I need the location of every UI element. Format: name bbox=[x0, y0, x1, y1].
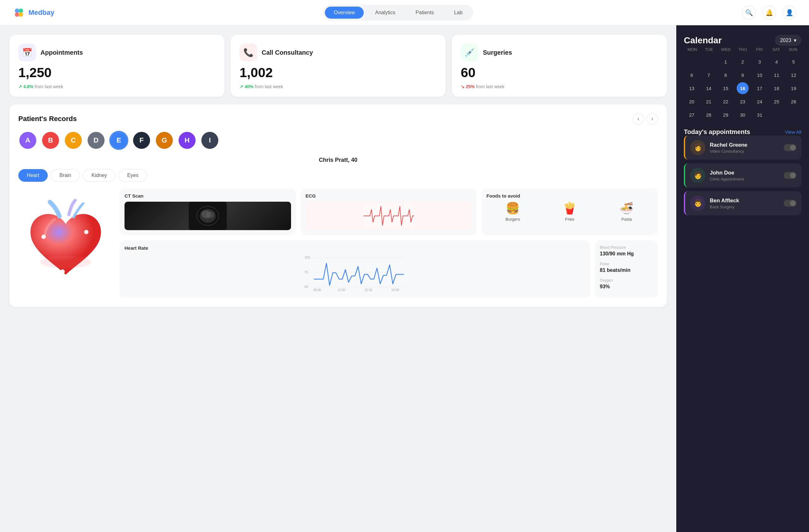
notifications-button[interactable]: 🔔 bbox=[762, 6, 776, 20]
patient-records-card: Patient's Records ‹ › A B C D bbox=[10, 104, 667, 307]
patient-avatar-7[interactable]: G bbox=[155, 131, 174, 150]
calendar-cell[interactable]: 1 bbox=[720, 56, 731, 68]
calendar-cell[interactable]: 24 bbox=[754, 96, 766, 107]
heart-3d-container bbox=[25, 199, 107, 287]
john-avatar-emoji: 🧑 bbox=[694, 171, 702, 179]
rachel-toggle[interactable] bbox=[784, 144, 796, 151]
calendar-cell bbox=[788, 109, 799, 121]
calendar-cell[interactable]: 12 bbox=[788, 69, 799, 81]
day-mon: MON bbox=[684, 46, 701, 53]
ben-toggle[interactable] bbox=[784, 200, 796, 207]
consultancy-icon-wrap: 📞 bbox=[240, 44, 257, 61]
appointments-header: Today's appointments View All bbox=[684, 128, 802, 136]
appointments-list: 👩 Rachel Greene Video Consultancy 🧑 John… bbox=[684, 136, 802, 215]
patient-avatar-6[interactable]: F bbox=[132, 131, 151, 150]
calendar-cell[interactable]: 31 bbox=[754, 109, 766, 121]
stats-row: 📅 Appointments 1,250 ↗ 4.8% from last we… bbox=[10, 35, 667, 97]
calendar-cell[interactable]: 23 bbox=[737, 96, 748, 107]
calendar-cell[interactable]: 30 bbox=[737, 109, 748, 121]
ct-scan-svg bbox=[124, 202, 291, 230]
avatar-circle-3: C bbox=[65, 132, 82, 149]
tab-analytics[interactable]: Analytics bbox=[366, 7, 404, 19]
appointments-change: ↗ 4.8% from last week bbox=[18, 84, 216, 89]
body-tabs: Heart Brain Kidney Eyes bbox=[18, 169, 658, 182]
calendar-cell[interactable]: 11 bbox=[771, 69, 782, 81]
calendar-cell[interactable]: 15 bbox=[720, 82, 731, 94]
bp-value: 130/90 mm Hg bbox=[600, 251, 653, 257]
calendar-cell[interactable]: 17 bbox=[754, 82, 766, 94]
body-tab-eyes[interactable]: Eyes bbox=[119, 169, 147, 182]
surgeries-change: ↘ 25% from last week bbox=[461, 84, 658, 89]
selected-patient-name: Chris Pratt, 40 bbox=[18, 157, 658, 164]
patient-avatar-1[interactable]: A bbox=[18, 131, 37, 150]
phone-icon: 📞 bbox=[243, 48, 254, 57]
ct-scan-title: CT Scan bbox=[124, 193, 291, 199]
view-all-link[interactable]: View All bbox=[785, 129, 802, 135]
appointment-card-john: 🧑 John Doe Clinic Appointment bbox=[684, 164, 802, 187]
body-tab-heart[interactable]: Heart bbox=[18, 169, 48, 182]
calendar-cell[interactable]: 4 bbox=[771, 56, 782, 68]
year-selector-button[interactable]: 2023 ▾ bbox=[775, 35, 802, 46]
appointments-section: Today's appointments View All 👩 Rachel G… bbox=[684, 128, 802, 215]
medical-panels: CT Scan bbox=[119, 188, 658, 298]
header-actions: 🔍 🔔 👤 bbox=[742, 6, 796, 20]
bp-label: Blood Pressure bbox=[600, 245, 653, 250]
records-next-button[interactable]: › bbox=[647, 113, 658, 124]
search-button[interactable]: 🔍 bbox=[742, 6, 756, 20]
calendar-cell[interactable]: 22 bbox=[720, 96, 731, 107]
calendar-cell[interactable]: 19 bbox=[788, 82, 799, 94]
burger-label: Burgers bbox=[506, 217, 520, 222]
calendar-cell[interactable]: 28 bbox=[703, 109, 715, 121]
avatar-circle-8: H bbox=[178, 132, 195, 149]
tab-overview[interactable]: Overview bbox=[325, 7, 364, 19]
calendar-cell[interactable]: 3 bbox=[754, 56, 766, 68]
svg-point-1 bbox=[19, 8, 23, 13]
records-prev-button[interactable]: ‹ bbox=[633, 113, 644, 124]
chevron-down-icon: ▾ bbox=[794, 37, 796, 43]
search-icon: 🔍 bbox=[745, 9, 753, 16]
calendar-cell[interactable]: 2 bbox=[737, 56, 748, 68]
appointments-change-pct: ↗ 4.8% bbox=[18, 84, 34, 89]
calendar-cell[interactable]: 5 bbox=[788, 56, 799, 68]
patient-avatar-8[interactable]: H bbox=[177, 131, 196, 150]
calendar-cell[interactable]: 29 bbox=[720, 109, 731, 121]
calendar-cell[interactable]: 27 bbox=[686, 109, 698, 121]
calendar-cell[interactable]: 13 bbox=[686, 82, 698, 94]
calendar-cell[interactable]: 25 bbox=[771, 96, 782, 107]
patient-avatar-4[interactable]: D bbox=[87, 131, 106, 150]
patient-avatar-9[interactable]: I bbox=[200, 131, 219, 150]
body-tab-kidney[interactable]: Kidney bbox=[83, 169, 115, 182]
x-label-1800: 18:00 bbox=[391, 288, 399, 292]
calendar-cell[interactable]: 16 bbox=[737, 82, 748, 94]
food-item-fries: 🍟 Fries bbox=[563, 202, 577, 222]
syringe-icon: 💉 bbox=[465, 48, 475, 57]
patient-avatar-5[interactable]: E bbox=[109, 131, 128, 150]
vital-oxygen: Oxygen 93% bbox=[600, 278, 653, 290]
john-avatar: 🧑 bbox=[690, 168, 705, 183]
tab-lab[interactable]: Lab bbox=[445, 7, 471, 19]
calendar-cell[interactable]: 20 bbox=[686, 96, 698, 107]
calendar-cell[interactable]: 14 bbox=[703, 82, 715, 94]
body-tab-brain[interactable]: Brain bbox=[51, 169, 80, 182]
calendar-cell[interactable]: 10 bbox=[754, 69, 766, 81]
calendar-cell[interactable]: 8 bbox=[720, 69, 731, 81]
john-toggle[interactable] bbox=[784, 172, 796, 179]
foods-panel: Foods to avoid 🍔 Burgers 🍟 Fries bbox=[481, 188, 658, 235]
patient-avatar-2[interactable]: B bbox=[41, 131, 60, 150]
dot-1 bbox=[41, 235, 46, 239]
calendar-cell[interactable]: 21 bbox=[703, 96, 715, 107]
fries-label: Fries bbox=[565, 217, 574, 222]
tab-patients[interactable]: Patients bbox=[407, 7, 443, 19]
calendar-cell[interactable]: 9 bbox=[737, 69, 748, 81]
patient-avatar-3[interactable]: C bbox=[64, 131, 83, 150]
x-label-1500: 15:00 bbox=[364, 288, 372, 292]
calendar-cell[interactable]: 18 bbox=[771, 82, 782, 94]
day-sat: SAT bbox=[768, 46, 785, 53]
calendar-cell[interactable]: 7 bbox=[703, 69, 715, 81]
records-nav: ‹ › bbox=[633, 113, 658, 124]
calendar-cell[interactable]: 6 bbox=[686, 69, 698, 81]
calendar-cell[interactable]: 26 bbox=[788, 96, 799, 107]
surgeries-value: 60 bbox=[461, 65, 658, 80]
profile-button[interactable]: 👤 bbox=[782, 6, 796, 20]
fries-emoji: 🍟 bbox=[563, 202, 577, 215]
